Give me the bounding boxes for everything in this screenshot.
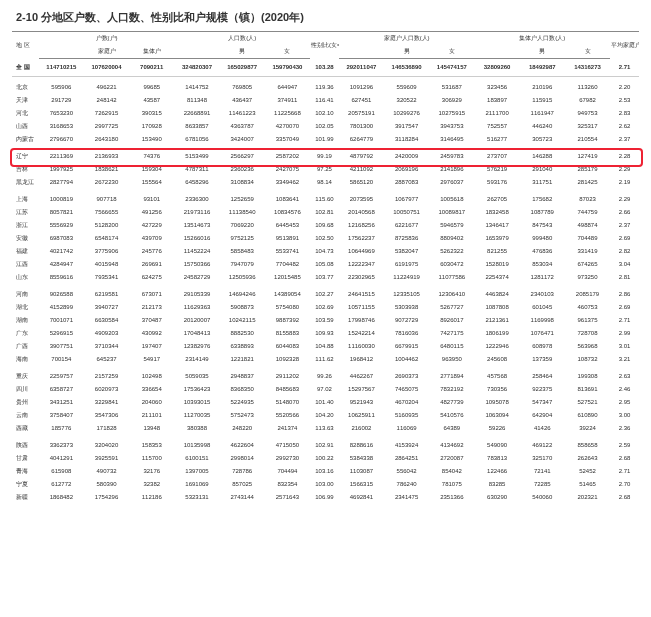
data-cell: 460753 [565,301,610,314]
data-cell: 269691 [129,258,174,271]
region-cell: 福建 [12,245,39,258]
data-cell: 216002 [339,422,384,435]
data-cell: 2254374 [474,271,519,284]
data-cell: 2.53 [610,94,639,107]
data-cell: 2.82 [610,245,639,258]
data-cell: 32809260 [474,59,519,77]
data-cell: 4021742 [39,245,84,258]
data-cell: 2.19 [610,176,639,189]
data-cell: 6781056 [174,133,219,146]
data-cell: 2.59 [610,439,639,452]
data-cell: 2.37 [610,219,639,232]
data-cell: 2690373 [384,370,429,383]
data-cell: 74376 [129,150,174,163]
data-cell: 41426 [520,422,565,435]
data-cell: 8559616 [39,271,84,284]
table-row: 山东85596167935341624275245827291250593612… [12,271,639,284]
data-cell: 2.81 [610,271,639,284]
data-cell: 3547306 [84,409,129,422]
data-cell: 1000819 [39,193,84,206]
data-cell: 813691 [565,383,610,396]
data-cell: 2672230 [84,176,129,189]
data-cell: 922375 [520,383,565,396]
data-cell: 5267727 [429,301,474,314]
data-cell: 674265 [565,258,610,271]
data-cell: 210554 [565,133,610,146]
table-row: 黑龙江2827794267223015556464582963108834334… [12,176,639,189]
data-cell: 5908873 [220,301,265,314]
data-cell: 2566297 [220,150,265,163]
data-cell: 549090 [474,439,519,452]
data-table: 地 区 户数(户) 人口数(人) 性别比(女=100) 家庭户人口数(人) 集体… [12,31,639,504]
region-cell: 江苏 [12,206,39,219]
data-cell: 1414752 [174,81,219,94]
data-cell: 3357049 [265,133,310,146]
table-row: 云南37584073547306211101112700355752473552… [12,409,639,422]
data-cell: 9521943 [339,396,384,409]
data-cell: 2069196 [384,163,429,176]
data-cell: 17536423 [174,383,219,396]
data-cell: 5520566 [265,409,310,422]
data-cell: 103.59 [310,314,339,327]
data-cell: 645237 [84,353,129,366]
region-cell: 贵州 [12,396,39,409]
data-cell: 11224919 [384,271,429,284]
data-cell: 5323131 [174,491,219,504]
data-cell: 2336300 [174,193,219,206]
data-cell: 248220 [220,422,265,435]
region-cell: 江西 [12,258,39,271]
data-cell: 99.26 [310,370,339,383]
data-cell: 4041291 [39,452,84,465]
data-cell: 5303938 [384,301,429,314]
data-cell: 2976037 [429,176,474,189]
data-cell: 183897 [474,94,519,107]
data-cell: 380388 [174,422,219,435]
data-cell: 3229841 [84,396,129,409]
data-cell: 116.41 [310,94,339,107]
data-cell: 21973116 [174,206,219,219]
data-cell: 2.95 [610,396,639,409]
data-cell: 146536890 [384,59,429,77]
data-cell: 556042 [384,465,429,478]
table-row: 山西31686532997725170928863385743637874270… [12,120,639,133]
data-cell: 704489 [565,232,610,245]
data-cell: 1968412 [339,353,384,366]
data-cell: 10393015 [174,396,219,409]
data-cell: 2827794 [39,176,84,189]
region-cell: 新疆 [12,491,39,504]
data-cell: 3349462 [265,176,310,189]
data-cell: 5382047 [384,245,429,258]
table-row: 辽宁22113692136933743765153499256629725872… [12,150,639,163]
data-cell: 11629363 [174,301,219,314]
data-cell: 104.20 [310,409,339,422]
data-cell: 847543 [520,219,565,232]
data-cell: 8288616 [339,439,384,452]
data-cell: 2259757 [39,370,84,383]
data-cell: 292011047 [339,59,384,77]
data-cell: 273707 [474,150,519,163]
data-cell: 101.99 [310,133,339,146]
data-cell: 8368350 [220,383,265,396]
data-cell: 6219581 [84,288,129,301]
data-cell: 12382976 [174,340,219,353]
data-cell: 5946579 [429,219,474,232]
region-cell: 安徽 [12,232,39,245]
data-cell: 12505936 [220,271,265,284]
data-cell: 3424007 [220,133,265,146]
data-cell: 114710215 [39,59,84,77]
data-cell: 2351366 [429,491,474,504]
data-cell: 153490 [129,133,174,146]
data-cell: 6030472 [429,258,474,271]
data-cell: 14389054 [265,288,310,301]
data-cell: 137359 [520,353,565,366]
data-cell: 15242214 [339,327,384,340]
region-cell: 海南 [12,353,39,366]
table-row: 西藏18577617182813948380388248220241374113… [12,422,639,435]
data-cell: 320522 [384,94,429,107]
table-row: 海南70015464523754917231414912218211092328… [12,353,639,366]
data-cell: 72285 [520,478,565,491]
data-cell: 4879792 [339,150,384,163]
table-row: 福建40217423775906245776114522245858483553… [12,245,639,258]
col-h-family: 家庭户 [84,45,129,59]
data-cell: 102.69 [310,301,339,314]
